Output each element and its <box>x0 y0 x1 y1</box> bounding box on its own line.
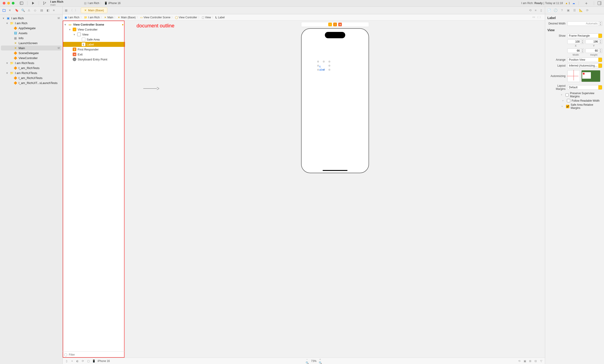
orientation-icon[interactable]: ⟳ <box>81 360 84 363</box>
cloud-status-icon[interactable]: ☁︎ <box>572 1 575 5</box>
layout-margins-dropdown[interactable]: Default ⌄ <box>567 85 602 90</box>
show-dropdown[interactable]: Frame Rectangle ⌄ <box>567 34 602 38</box>
test-navigator-icon[interactable]: ◇ <box>34 9 38 12</box>
file-inspector-icon[interactable]: 📄 <box>547 9 551 12</box>
firstresponder-dock-icon[interactable]: 1 <box>333 23 337 26</box>
help-inspector-icon[interactable]: ? <box>560 9 564 12</box>
project-title[interactable]: I am Rich main <box>49 0 63 6</box>
zoom-label[interactable]: 73% <box>311 360 316 363</box>
desired-width-field[interactable]: ▴▾ <box>567 21 602 26</box>
run-button-icon[interactable] <box>31 1 35 5</box>
file-row[interactable]: 🔶AppDelegate <box>1 25 62 31</box>
phone-small-icon[interactable]: 📱 <box>92 360 95 363</box>
safe-area-margins-row[interactable]: + Safe Area Relative Margins <box>545 103 604 110</box>
device-config-icon[interactable]: ▢ <box>87 360 90 363</box>
library-button[interactable]: ＋ <box>582 0 590 6</box>
outline-exit-row[interactable]: ➜Exit <box>63 52 125 57</box>
align-icon[interactable]: ⊞ <box>528 360 532 363</box>
report-navigator-icon[interactable]: ≡ <box>53 9 57 12</box>
outline-safearea-row[interactable]: Safe Area <box>63 37 125 42</box>
minimize-window[interactable] <box>7 2 10 4</box>
pin-icon[interactable]: ⊟ <box>534 360 537 363</box>
file-row[interactable]: 🔶I_am_RichUIT...sLaunchTests <box>1 80 62 85</box>
debug-navigator-icon[interactable]: ▤ <box>40 9 44 12</box>
x-field[interactable]: ▴▾ <box>567 39 584 44</box>
follow-readable-checkbox[interactable] <box>567 99 570 102</box>
folder-row[interactable]: ▾📁I am RichUITests <box>1 70 62 75</box>
autoresizing-control[interactable] <box>567 70 580 82</box>
file-row[interactable]: 🔶I_am_RichUITests <box>1 75 62 80</box>
resolve-icon[interactable]: ▽ <box>540 360 543 363</box>
next-issue-icon[interactable]: 〉 <box>540 15 542 19</box>
scene-dock[interactable]: ○ 1 ➜ <box>301 22 369 27</box>
scheme-selector[interactable]: ▤ I am Rich 〉 <box>84 1 103 5</box>
open-file-tab[interactable]: ✕ Main (Base) <box>81 7 107 13</box>
right-panel-toggle-icon[interactable] <box>598 1 601 5</box>
close-window[interactable] <box>3 2 5 4</box>
project-root-row[interactable]: ▾ ▣ I am Rich M <box>1 16 62 21</box>
connections-inspector-icon[interactable]: ⟳ <box>585 9 589 12</box>
forward-chevron-icon[interactable]: 〉 <box>75 9 78 12</box>
safearea-margins-checkbox[interactable] <box>566 105 569 108</box>
prev-issue-icon[interactable]: 〈 <box>536 15 539 19</box>
appearance-icon[interactable]: ◐ <box>76 360 79 363</box>
zoom-out-icon[interactable]: －🔍 <box>306 360 309 363</box>
outline-label-row-selected[interactable]: LLabel <box>63 42 125 47</box>
update-frames-icon[interactable]: ⟲ <box>518 360 521 363</box>
related-items-icon[interactable]: ▦ <box>64 9 68 12</box>
outline-firstresponder-row[interactable]: 1First Responder <box>63 47 125 52</box>
preserve-superview-checkbox[interactable] <box>566 93 569 97</box>
file-row[interactable]: 🖼Assets <box>1 31 62 36</box>
view-as-icon[interactable]: ▯ <box>65 360 68 363</box>
file-row[interactable]: 🔶ViewController <box>1 55 62 61</box>
warnings-badge[interactable]: ▲ 1 <box>565 1 570 5</box>
outline-entrypoint-row[interactable]: →Storyboard Entry Point <box>63 57 125 62</box>
doc-outline-toggle-icon[interactable]: ▭ <box>532 15 535 19</box>
outline-filter-input[interactable] <box>69 353 124 356</box>
breakpoint-navigator-icon[interactable]: ◧ <box>47 9 50 12</box>
folder-row[interactable]: ▾📁 I am Rich <box>1 21 62 25</box>
file-row-selected[interactable]: ✕MainM <box>1 46 62 50</box>
adjust-editor-icon[interactable]: ≡ <box>534 9 537 12</box>
add-variation-icon[interactable]: + <box>545 99 566 102</box>
issue-navigator-icon[interactable]: ⚠︎ <box>28 9 31 12</box>
vc-dock-icon[interactable]: ○ <box>328 23 332 26</box>
left-panel-toggle-icon[interactable] <box>19 1 24 5</box>
minimap-icon[interactable]: ▯ <box>540 9 543 12</box>
exit-dock-icon[interactable]: ➜ <box>338 23 342 26</box>
folder-row[interactable]: ▾📁I am RichTests <box>1 61 62 65</box>
file-row[interactable]: 🔶I_am_RichTests <box>1 65 62 70</box>
jump-bar[interactable]: ▣I am Rich〉 📁I am Rich〉 ✕Main〉 ✕Main (Ba… <box>63 14 545 21</box>
outline-vc-row[interactable]: ▾○View Controller <box>63 27 125 32</box>
back-chevron-icon[interactable]: 〈 <box>70 9 73 12</box>
add-variation-icon[interactable]: + <box>545 93 564 96</box>
zoom-in-icon[interactable]: ＋🔍 <box>319 360 322 363</box>
attributes-inspector-icon[interactable]: ☰ <box>573 9 576 12</box>
identity-inspector-icon[interactable]: ▣ <box>566 9 570 12</box>
refresh-canvas-icon[interactable]: ⟲ <box>528 9 532 12</box>
add-variation-icon[interactable]: + <box>545 105 565 108</box>
zoom-window[interactable] <box>12 2 14 4</box>
embed-icon[interactable]: ▣ <box>523 360 526 363</box>
interface-builder-canvas[interactable]: document outline ○ 1 ➜ <box>125 21 545 358</box>
accessibility-icon[interactable]: ⌖ <box>70 360 74 363</box>
history-inspector-icon[interactable]: 🕘 <box>554 9 557 12</box>
file-row[interactable]: 🔶SceneDelegate <box>1 50 62 55</box>
find-navigator-icon[interactable]: 🔍 <box>21 9 25 12</box>
follow-readable-width-row[interactable]: + Follow Readable Width <box>545 99 604 103</box>
device-label[interactable]: iPhone 16 <box>98 360 110 363</box>
project-navigator-icon[interactable] <box>2 9 6 12</box>
arrange-dropdown[interactable]: Position View ⌄ <box>567 58 602 62</box>
size-inspector-icon[interactable]: 📐 <box>579 9 583 12</box>
device-selector[interactable]: 📱 iPhone 16 <box>104 1 120 5</box>
source-control-navigator-icon[interactable]: ✕ <box>9 9 12 12</box>
height-field[interactable]: ▴▾ <box>585 49 602 53</box>
width-field[interactable]: ▴▾ <box>567 49 584 53</box>
preserve-superview-margins-row[interactable]: + Preserve Superview Margins <box>545 91 604 99</box>
file-row[interactable]: ▦Info <box>1 36 62 40</box>
bookmark-navigator-icon[interactable]: 🔖 <box>15 9 19 12</box>
y-field[interactable]: ▴▾ <box>585 39 602 44</box>
outline-view-row[interactable]: ▾View <box>63 32 125 37</box>
outline-scene-row[interactable]: ▾▭ View Controller Scene ● <box>63 22 125 27</box>
layout-dropdown[interactable]: Inferred (Autoresizing Mas... ⌄ <box>567 63 602 68</box>
